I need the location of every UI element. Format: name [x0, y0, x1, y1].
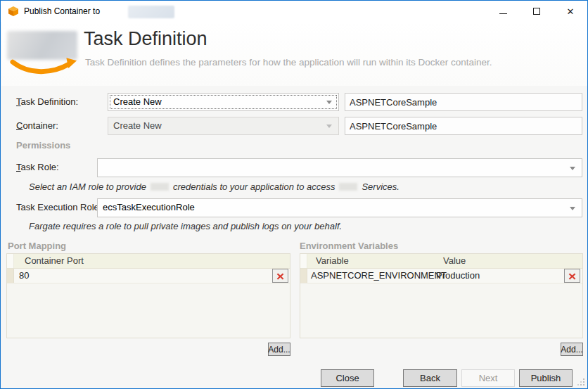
aws-smile-arrow-icon: [10, 58, 79, 76]
table-corner: [7, 254, 14, 268]
chevron-down-icon: [570, 207, 575, 210]
delete-row-button[interactable]: ✕: [564, 269, 580, 283]
permissions-heading: Permissions: [16, 140, 70, 151]
environment-variables-add-button[interactable]: Add...: [561, 343, 583, 356]
table-row[interactable]: 80 ✕: [7, 269, 290, 283]
task-role-combo[interactable]: [97, 158, 582, 177]
maximize-icon: [533, 8, 540, 15]
back-button[interactable]: Back: [403, 369, 457, 387]
port-mapping-heading: Port Mapping: [8, 241, 66, 251]
next-button: Next: [461, 369, 515, 387]
publish-button[interactable]: Publish: [519, 369, 573, 387]
task-execution-role-label: Task Execution Role:: [16, 198, 101, 217]
task-definition-combo[interactable]: Create New: [108, 93, 339, 111]
task-definition-label: Task Definition:: [16, 93, 78, 111]
row-header[interactable]: [300, 269, 307, 283]
environment-variables-heading: Environment Variables: [300, 241, 398, 251]
delete-icon: ✕: [276, 271, 285, 281]
chevron-down-icon: [570, 167, 575, 170]
close-icon: ✕: [567, 7, 575, 16]
close-button[interactable]: Close: [321, 369, 374, 387]
table-empty-area: [300, 283, 582, 338]
table-corner: [300, 254, 307, 268]
port-mapping-table: Container Port 80 ✕: [6, 253, 290, 338]
container-label: Container:: [16, 117, 58, 135]
maximize-button[interactable]: [520, 1, 554, 22]
page-subtitle: Task Definition defines the parameters f…: [85, 57, 492, 68]
column-header-variable: Variable: [307, 254, 433, 268]
window-title: Publish Container to: [24, 1, 100, 22]
publish-container-dialog: Publish Container to ✕ Task Definition T…: [0, 0, 588, 389]
note-text: Select an IAM role to provide: [29, 181, 146, 192]
row-header[interactable]: [7, 269, 14, 283]
minimize-button[interactable]: [486, 1, 520, 22]
chevron-down-icon: [326, 101, 332, 104]
wizard-header: Task Definition Task Definition defines …: [1, 22, 588, 86]
task-role-label: Task Role:: [16, 158, 59, 177]
column-header-value: Value: [433, 254, 582, 268]
variable-cell[interactable]: ASPNETCORE_ENVIRONMENT: [307, 269, 433, 283]
note-text: Services.: [362, 181, 399, 192]
table-header-row: Container Port: [7, 254, 290, 269]
container-port-cell[interactable]: 80: [14, 269, 290, 283]
combo-value: ecsTaskExecutionRole: [103, 199, 195, 216]
column-header-container-port: Container Port: [14, 254, 290, 268]
port-mapping-add-button[interactable]: Add...: [268, 343, 290, 356]
combo-value: Create New: [113, 94, 162, 110]
page-title: Task Definition: [84, 28, 207, 50]
environment-variables-table: Variable Value ASPNETCORE_ENVIRONMENT Pr…: [300, 253, 583, 338]
task-execution-role-combo[interactable]: ecsTaskExecutionRole: [97, 198, 582, 217]
container-name-input[interactable]: [345, 117, 582, 135]
title-bar[interactable]: Publish Container to ✕: [1, 1, 587, 22]
container-combo: Create New: [108, 117, 339, 135]
chevron-down-icon: [326, 125, 332, 128]
resize-grip[interactable]: [577, 378, 585, 386]
redaction-blur: [128, 6, 174, 18]
note-text: credentials to your application to acces…: [173, 181, 335, 192]
redaction-blur: [151, 183, 169, 191]
task-definition-name-input[interactable]: [345, 93, 582, 111]
combo-value: Create New: [113, 117, 162, 134]
cube-icon: [8, 6, 19, 17]
task-role-note: Select an IAM role to providecredentials…: [29, 181, 400, 193]
close-window-button[interactable]: ✕: [554, 1, 587, 22]
aws-logo-redaction-blur: [7, 31, 77, 60]
table-row[interactable]: ASPNETCORE_ENVIRONMENT Production ✕: [300, 269, 582, 283]
delete-row-button[interactable]: ✕: [272, 269, 288, 283]
delete-icon: ✕: [568, 271, 577, 281]
task-execution-role-note: Fargate requires a role to pull private …: [29, 221, 342, 232]
table-header-row: Variable Value: [300, 254, 582, 269]
table-empty-area: [7, 283, 290, 338]
value-cell[interactable]: Production: [433, 269, 582, 283]
minimize-icon: [499, 13, 507, 14]
redaction-blur: [339, 183, 357, 191]
